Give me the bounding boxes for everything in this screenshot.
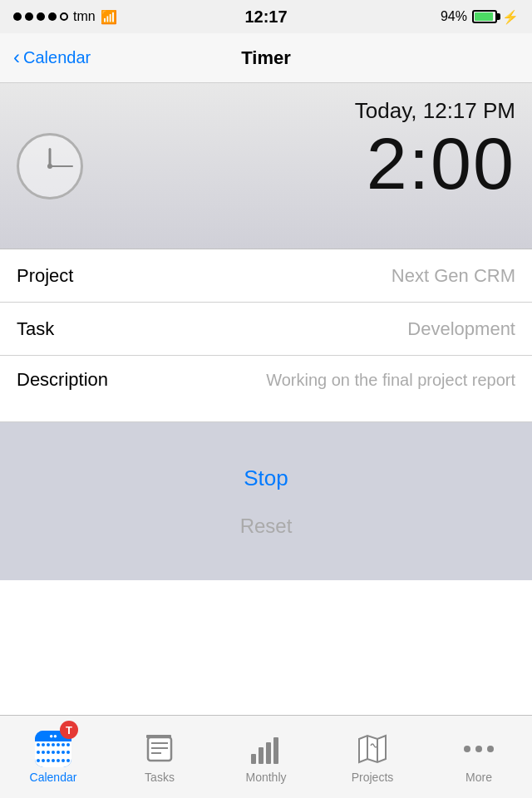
tasks-tab-label: Tasks xyxy=(145,771,175,784)
status-left: tmn 📶 xyxy=(13,9,117,25)
battery-percentage: 94% xyxy=(441,9,467,24)
tab-tasks[interactable]: Tasks xyxy=(106,716,213,798)
battery-fill xyxy=(475,12,493,21)
task-label: Task xyxy=(17,318,54,340)
signal-dot-5 xyxy=(60,12,68,21)
tab-bar: T ●● Calendar Tasks xyxy=(0,715,532,798)
back-button[interactable]: ‹ Calendar xyxy=(13,47,91,69)
signal-dot-4 xyxy=(48,12,57,21)
more-dot-2 xyxy=(475,746,482,752)
stop-button[interactable]: Stop xyxy=(244,466,288,491)
svg-rect-6 xyxy=(259,747,264,764)
calendar-badge: T xyxy=(60,721,78,739)
description-label: Description xyxy=(17,369,108,391)
tasks-icon xyxy=(141,731,178,767)
project-label: Project xyxy=(17,265,73,287)
carrier-label: tmn xyxy=(73,9,96,24)
signal-dot-3 xyxy=(37,12,45,21)
nav-bar: ‹ Calendar Timer xyxy=(0,33,532,83)
projects-tab-label: Projects xyxy=(352,771,394,784)
more-tab-label: More xyxy=(466,771,492,784)
project-row[interactable]: Project Next Gen CRM xyxy=(0,249,532,303)
project-value: Next Gen CRM xyxy=(392,265,515,287)
task-row[interactable]: Task Development xyxy=(0,303,532,356)
status-right: 94% ⚡ xyxy=(441,9,519,25)
nav-title: Timer xyxy=(241,47,291,69)
description-value: Working on the final project report xyxy=(266,369,515,391)
tab-monthly[interactable]: Monthly xyxy=(213,716,319,798)
projects-icon xyxy=(354,731,391,767)
task-value: Development xyxy=(407,318,515,340)
svg-rect-7 xyxy=(266,742,271,764)
charging-icon: ⚡ xyxy=(502,9,519,25)
clock-minute-hand xyxy=(50,165,73,167)
monthly-icon xyxy=(248,731,284,767)
svg-marker-9 xyxy=(359,736,386,762)
tab-calendar[interactable]: T ●● Calendar xyxy=(0,716,106,798)
clock-face xyxy=(17,133,83,200)
timer-display: 2:00 xyxy=(355,127,515,200)
tab-projects[interactable]: Projects xyxy=(319,716,426,798)
reset-button[interactable]: Reset xyxy=(240,515,293,538)
timer-header: Today, 12:17 PM 2:00 xyxy=(0,83,532,249)
more-dot-3 xyxy=(487,746,494,752)
monthly-tab-label: Monthly xyxy=(245,771,286,784)
svg-rect-4 xyxy=(146,735,171,738)
timer-info: Today, 12:17 PM 2:00 xyxy=(355,98,515,200)
clock-center xyxy=(47,164,52,169)
signal-strength xyxy=(13,12,68,21)
clock-icon xyxy=(17,133,83,200)
svg-rect-5 xyxy=(251,754,256,764)
description-row[interactable]: Description Working on the final project… xyxy=(0,356,532,422)
timer-date: Today, 12:17 PM xyxy=(355,98,515,124)
svg-rect-8 xyxy=(273,737,278,764)
wifi-icon: 📶 xyxy=(101,9,117,25)
tab-more[interactable]: More xyxy=(426,716,532,798)
more-dot-1 xyxy=(464,746,470,752)
form-section: Project Next Gen CRM Task Development De… xyxy=(0,249,532,422)
battery-icon xyxy=(472,10,497,23)
back-label: Calendar xyxy=(23,48,91,67)
status-bar: tmn 📶 12:17 94% ⚡ xyxy=(0,0,532,33)
calendar-tab-label: Calendar xyxy=(30,771,77,784)
action-area: Stop Reset xyxy=(0,422,532,580)
status-time: 12:17 xyxy=(244,7,287,27)
signal-dot-1 xyxy=(13,12,22,21)
signal-dot-2 xyxy=(25,12,33,21)
more-icon xyxy=(461,731,497,767)
back-chevron-icon: ‹ xyxy=(13,46,20,69)
